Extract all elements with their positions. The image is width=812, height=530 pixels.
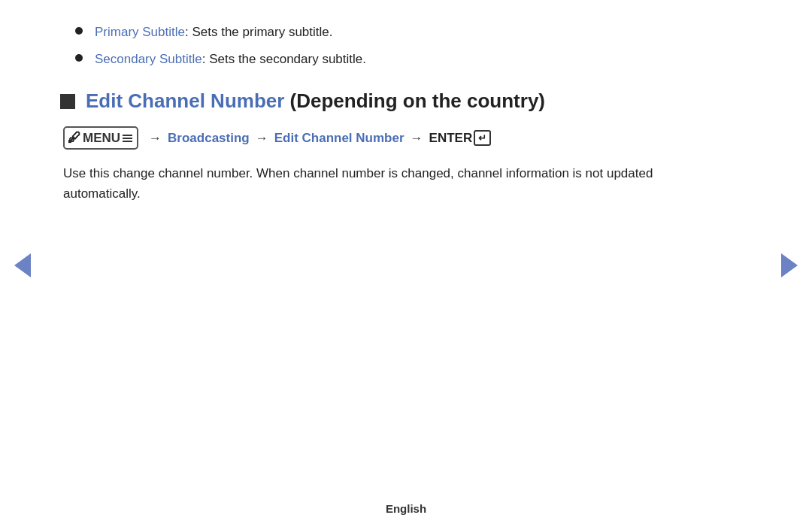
- nav-broadcasting: Broadcasting: [168, 131, 250, 146]
- description-text: Use this change channel number. When cha…: [63, 163, 725, 204]
- nav-arrow-1: →: [149, 131, 162, 146]
- section-title-blue: Edit Channel Number: [86, 89, 284, 112]
- nav-arrow-2: →: [256, 131, 268, 146]
- prev-arrow-icon: [14, 253, 31, 277]
- menu-label: MENU: [83, 131, 120, 146]
- menu-bars-icon: [123, 135, 132, 142]
- primary-subtitle-link: Primary Subtitle: [95, 25, 185, 39]
- nav-path: 🖋 MENU → Broadcasting → Edit Channel Num…: [63, 126, 752, 150]
- secondary-subtitle-rest: : Sets the secondary subtitle.: [202, 52, 366, 66]
- bullet-dot-2: [75, 54, 83, 62]
- section-title: Edit Channel Number (Depending on the co…: [86, 89, 545, 113]
- nav-prev-button[interactable]: [11, 253, 35, 277]
- list-item-secondary-subtitle: Secondary Subtitle: Sets the secondary s…: [75, 50, 752, 69]
- main-content: Primary Subtitle: Sets the primary subti…: [0, 0, 812, 234]
- bullet-list: Primary Subtitle: Sets the primary subti…: [60, 23, 752, 68]
- menu-icon: 🖋 MENU: [63, 126, 138, 150]
- bullet-dot: [75, 27, 83, 35]
- footer: English: [386, 502, 426, 515]
- nav-edit-channel: Edit Channel Number: [274, 131, 404, 146]
- next-arrow-icon: [781, 253, 798, 277]
- list-item-primary-subtitle: Primary Subtitle: Sets the primary subti…: [75, 23, 752, 42]
- enter-arrow-icon: ↵: [474, 130, 491, 146]
- section-heading: Edit Channel Number (Depending on the co…: [60, 89, 752, 113]
- enter-button-label: ENTER↵: [429, 130, 492, 146]
- list-item-text: Primary Subtitle: Sets the primary subti…: [95, 23, 333, 42]
- footer-language: English: [386, 502, 426, 515]
- section-square-icon: [60, 94, 75, 109]
- nav-arrow-3: →: [411, 131, 423, 146]
- primary-subtitle-rest: : Sets the primary subtitle.: [185, 25, 333, 39]
- secondary-subtitle-link: Secondary Subtitle: [95, 52, 202, 66]
- list-item-text-2: Secondary Subtitle: Sets the secondary s…: [95, 50, 366, 69]
- enter-text: ENTER: [429, 131, 473, 146]
- hand-icon: 🖋: [68, 130, 81, 146]
- section-title-rest: (Depending on the country): [284, 89, 545, 112]
- nav-next-button[interactable]: [777, 253, 801, 277]
